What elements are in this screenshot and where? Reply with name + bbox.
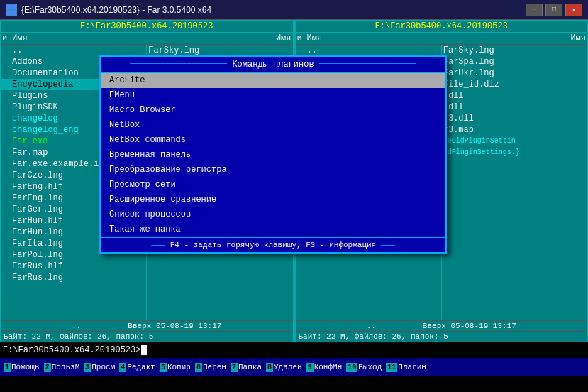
dialog-item-netbox-commands[interactable]: NetBox commands	[101, 133, 445, 148]
app-icon	[6, 4, 17, 16]
fkey-7[interactable]: 7Папка	[228, 363, 264, 372]
dialog-item-ext-compare[interactable]: Расширенное сравнение	[101, 192, 445, 207]
plugin-commands-dialog: Команды плагинов ArcLite EMenu Macro Bro…	[99, 55, 447, 254]
list-item[interactable]: .dll	[442, 90, 587, 102]
dialog-item-same-folder[interactable]: Такая же папка	[101, 222, 445, 237]
fkey-3[interactable]: 3Просм	[82, 363, 117, 372]
dialog-item-arclite[interactable]: ArcLite	[101, 73, 445, 88]
close-button[interactable]: ✕	[565, 4, 582, 16]
left-panel-footer: .. Вверх 05-08-19 13:17	[1, 320, 293, 331]
list-item[interactable]: r3.dll	[442, 113, 587, 124]
cursor-block	[141, 345, 147, 355]
fkey-9[interactable]: 9КонфМн	[304, 363, 345, 372]
fkey-6[interactable]: 6Перен	[193, 363, 228, 372]
list-item[interactable]: FarUkr.lng	[442, 67, 587, 79]
fkey-8[interactable]: 8Удален	[264, 363, 304, 372]
fkey-4[interactable]: 4Редакт	[117, 363, 157, 372]
fkey-11[interactable]: 11Плагин	[384, 363, 428, 372]
cmd-line[interactable]: E:\Far30b5400.x64.20190523>	[0, 342, 588, 358]
title-bar-left: {E:\Far30b5400.x64.20190523} - Far 3.0.5…	[6, 4, 211, 16]
fkeys-bar: 1Помощь 2ПользМ 3Просм 4Редакт 5Копир 6П…	[0, 358, 588, 376]
list-item[interactable]: FarRus.hlf	[1, 261, 146, 272]
list-item[interactable]: ldPluginSettings.}	[442, 147, 587, 158]
fkey-10[interactable]: 10Выход	[344, 363, 384, 372]
dialog-title: Команды плагинов	[101, 57, 445, 73]
list-item[interactable]: FarSky.lng	[147, 45, 292, 56]
minimize-button[interactable]: ─	[526, 4, 543, 16]
svg-rect-3	[12, 11, 16, 15]
left-col-marker: и	[2, 33, 12, 43]
svg-rect-0	[6, 5, 11, 9]
dialog-item-net-view[interactable]: Просмотр сети	[101, 178, 445, 192]
dialog-title-text: Команды плагинов	[232, 60, 314, 70]
left-panel-status: .. Вверх 05-08-19 13:17	[72, 322, 221, 330]
main-area: E:\Far30b5400.x64.20190523 и Имя Имя .. …	[0, 20, 588, 342]
cmd-prompt: E:\Far30b5400.x64.20190523>	[3, 345, 140, 355]
right-panel-header: E:\Far30b5400.x64.20190523	[296, 21, 588, 33]
list-item[interactable]: ..	[1, 45, 146, 56]
list-item[interactable]: .dll	[442, 102, 587, 113]
dialog-items-list: ArcLite EMenu Macro Browser NetBox NetBo…	[101, 73, 445, 237]
fkey-2[interactable]: 2ПользМ	[42, 363, 82, 372]
dialog-item-netbox[interactable]: NetBox	[101, 118, 445, 133]
right-col-name2: Имя	[446, 33, 586, 43]
dialog-item-process-list[interactable]: Список процессов	[101, 207, 445, 222]
left-panel-header: E:\Far30b5400.x64.20190523	[1, 21, 293, 33]
left-col-name: Имя	[12, 33, 152, 43]
list-item[interactable]: reOldPluginSettin	[442, 136, 587, 147]
right-panel-status: .. Вверх 05-08-19 13:17	[367, 322, 516, 330]
maximize-button[interactable]: □	[545, 4, 562, 16]
right-col-marker: и	[297, 33, 307, 43]
list-item[interactable]: r3.map	[442, 124, 587, 136]
right-col-name: Имя	[307, 33, 447, 43]
list-item[interactable]: FarSpa.lng	[442, 56, 587, 67]
svg-rect-2	[6, 11, 11, 15]
title-bar: {E:\Far30b5400.x64.20190523} - Far 3.0.5…	[0, 0, 588, 20]
right-files-col2: FarSky.lng FarSpa.lng FarUkr.lng File_id…	[441, 45, 587, 320]
list-item[interactable]: FarSky.lng	[442, 45, 587, 56]
dialog-item-temp-panel[interactable]: Временная панель	[101, 148, 445, 163]
left-col-name2: Имя	[152, 33, 292, 43]
right-panel-cols: и Имя Имя	[296, 33, 588, 45]
dialog-item-emenu[interactable]: EMenu	[101, 88, 445, 103]
list-item[interactable]: FarRus.lng	[1, 272, 146, 283]
dialog-footer: F4 - задать горячую клавишу, F3 - информ…	[101, 237, 445, 252]
fkey-5[interactable]: 5Копир	[157, 363, 193, 372]
list-item[interactable]: File_id.diz	[442, 79, 587, 90]
left-panel-summary: Байт: 22 М, файлов: 26, папок: 5	[1, 331, 293, 342]
right-panel-summary: Байт: 22 М, файлов: 26, папок: 5	[296, 331, 588, 342]
window-controls: ─ □ ✕	[526, 4, 582, 16]
left-panel-cols: и Имя Имя	[1, 33, 293, 45]
window-title: {E:\Far30b5400.x64.20190523} - Far 3.0.5…	[21, 5, 211, 15]
dialog-item-reg-convert[interactable]: Преобразование регистра	[101, 163, 445, 178]
fkey-1[interactable]: 1Помощь	[1, 363, 42, 372]
right-panel-footer: .. Вверх 05-08-19 13:17	[296, 320, 588, 331]
dialog-footer-text: F4 - задать горячую клавишу, F3 - информ…	[170, 241, 376, 249]
svg-rect-1	[12, 5, 16, 9]
dialog-item-macro-browser[interactable]: Macro Browser	[101, 103, 445, 118]
list-item[interactable]: ..	[296, 45, 441, 56]
